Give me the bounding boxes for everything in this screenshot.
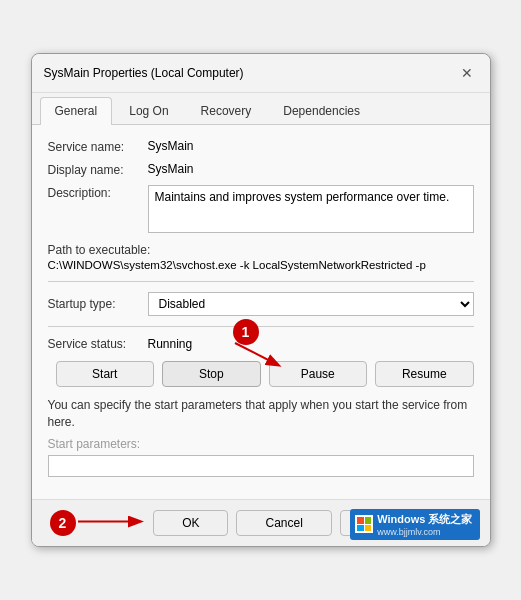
description-textarea[interactable]: Maintains and improves system performanc… [148, 185, 474, 233]
startup-label: Startup type: [48, 297, 148, 311]
annotation-2: 2 [50, 510, 76, 536]
display-name-label: Display name: [48, 162, 148, 177]
close-button[interactable]: ✕ [456, 62, 478, 84]
path-section: Path to executable: C:\WINDOWS\system32\… [48, 243, 474, 271]
properties-window: SysMain Properties (Local Computer) ✕ Ge… [31, 53, 491, 547]
startup-select[interactable]: Disabled Manual Automatic Automatic (Del… [148, 292, 474, 316]
tab-bar: General Log On Recovery Dependencies [32, 93, 490, 125]
watermark-text: Windows 系统之家 www.bjjmlv.com [377, 512, 472, 537]
tab-dependencies[interactable]: Dependencies [268, 97, 375, 124]
pause-button[interactable]: Pause [269, 361, 368, 387]
watermark: Windows 系统之家 www.bjjmlv.com [350, 509, 479, 540]
footer: 2 OK Cancel Apply [32, 499, 490, 546]
window-title: SysMain Properties (Local Computer) [44, 66, 244, 80]
tab-recovery[interactable]: Recovery [186, 97, 267, 124]
path-value: C:\WINDOWS\system32\svchost.exe -k Local… [48, 259, 474, 271]
annotation-arrow-1 [233, 341, 283, 372]
tab-general[interactable]: General [40, 97, 113, 125]
tab-logon[interactable]: Log On [114, 97, 183, 124]
start-params-label: Start parameters: [48, 437, 474, 451]
title-bar: SysMain Properties (Local Computer) ✕ [32, 54, 490, 93]
tab-content: Service name: SysMain Display name: SysM… [32, 125, 490, 499]
annotation-arrow-2 [76, 511, 146, 534]
svg-line-1 [235, 343, 278, 365]
startup-type-row: Startup type: Disabled Manual Automatic … [48, 292, 474, 316]
service-name-row: Service name: SysMain [48, 139, 474, 154]
description-row: Description: Maintains and improves syst… [48, 185, 474, 233]
service-status-value: Running [148, 337, 193, 351]
resume-button[interactable]: Resume [375, 361, 474, 387]
service-status-label: Service status: [48, 337, 148, 351]
start-params-section: You can specify the start parameters tha… [48, 397, 474, 477]
windows-icon [355, 515, 373, 533]
ok-button[interactable]: OK [153, 510, 228, 536]
service-name-label: Service name: [48, 139, 148, 154]
start-params-note: You can specify the start parameters tha… [48, 397, 474, 431]
divider-2 [48, 326, 474, 327]
cancel-button[interactable]: Cancel [236, 510, 331, 536]
start-button[interactable]: Start [56, 361, 155, 387]
display-name-value: SysMain [148, 162, 474, 176]
start-params-input[interactable] [48, 455, 474, 477]
description-label: Description: [48, 185, 148, 200]
service-name-value: SysMain [148, 139, 474, 153]
divider-1 [48, 281, 474, 282]
display-name-row: Display name: SysMain [48, 162, 474, 177]
path-label: Path to executable: [48, 243, 474, 257]
service-status-section: Service status: Running 1 [48, 337, 474, 351]
